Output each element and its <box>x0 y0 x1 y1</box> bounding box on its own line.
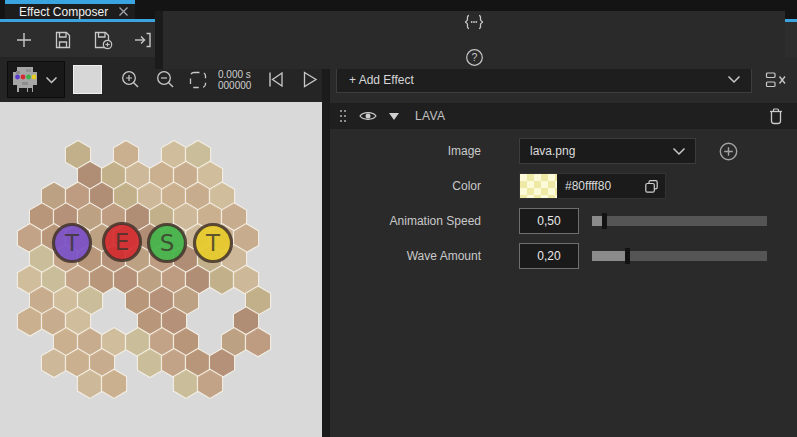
fit-view-button[interactable] <box>188 70 208 90</box>
property-row-wave-amount: Wave Amount 0,20 <box>330 243 797 269</box>
animation-speed-slider[interactable] <box>592 216 767 226</box>
svg-text:?: ? <box>471 51 477 63</box>
trash-icon <box>768 107 784 125</box>
zoom-in-icon <box>120 69 141 90</box>
preview-sprite-image: TEST <box>0 102 322 437</box>
code-braces-icon <box>462 13 486 31</box>
eye-icon <box>359 110 377 122</box>
visibility-toggle-button[interactable] <box>359 110 377 122</box>
copy-icon <box>644 179 659 194</box>
header-right-actions: ? <box>155 11 785 69</box>
fit-selection-icon <box>188 70 208 90</box>
property-row-animation-speed: Animation Speed 0,50 <box>330 208 797 234</box>
preview-canvas[interactable]: TEST <box>0 102 322 437</box>
header-toolbar: MyTestEffect ? <box>0 22 797 57</box>
save-as-button[interactable] <box>90 28 116 52</box>
skip-to-start-icon <box>265 70 286 89</box>
preview-pane: 0.000 s 000000 TEST <box>0 57 322 437</box>
preview-sprite-dropdown[interactable] <box>7 61 65 98</box>
clear-effects-button[interactable] <box>765 71 787 89</box>
slider-thumb[interactable] <box>625 248 630 264</box>
zoom-out-button[interactable] <box>155 69 176 90</box>
chevron-down-icon <box>45 76 58 84</box>
color-hex-value: #80ffff80 <box>557 179 644 193</box>
svg-text:T: T <box>205 230 221 256</box>
collapse-toggle-button[interactable] <box>389 113 399 120</box>
play-icon <box>300 70 319 89</box>
help-button[interactable]: ? <box>463 46 486 69</box>
image-label: Image <box>330 144 481 158</box>
save-button[interactable] <box>51 28 75 52</box>
color-label: Color <box>330 179 481 193</box>
wave-amount-slider[interactable] <box>592 251 767 261</box>
play-button[interactable] <box>300 70 319 89</box>
save-as-icon <box>92 30 114 50</box>
help-icon: ? <box>465 48 484 67</box>
svg-text:S: S <box>160 230 175 256</box>
sprite-thumbnail <box>10 64 40 96</box>
effect-header-lava[interactable]: LAVA <box>330 103 797 129</box>
playback-time: 0.000 s 000000 <box>218 69 251 91</box>
circle-plus-icon <box>718 141 739 162</box>
triangle-down-icon <box>389 113 399 120</box>
skip-to-start-button[interactable] <box>265 70 286 89</box>
property-row-image: Image lava.png <box>330 138 797 164</box>
view-code-button[interactable] <box>460 11 488 33</box>
chevron-down-icon <box>727 75 741 84</box>
plus-icon <box>14 30 34 50</box>
effect-composer-window: Effect Composer <box>0 0 797 437</box>
svg-text:T: T <box>64 230 80 256</box>
effect-properties: Image lava.png <box>330 129 797 278</box>
zoom-out-icon <box>155 69 176 90</box>
add-effect-dropdown[interactable]: + Add Effect <box>336 66 752 93</box>
zoom-in-button[interactable] <box>120 69 141 90</box>
header-left-actions <box>12 28 155 52</box>
clear-list-icon <box>765 71 787 89</box>
color-swatch[interactable] <box>520 174 557 198</box>
drag-handle-icon[interactable] <box>339 109 347 123</box>
svg-text:E: E <box>115 229 130 255</box>
color-picker-control[interactable]: #80ffff80 <box>519 173 666 199</box>
add-effect-label: + Add Effect <box>349 73 727 87</box>
wave-amount-input[interactable]: 0,20 <box>519 243 579 269</box>
wave-amount-label: Wave Amount <box>330 249 481 263</box>
slider-fill <box>592 251 627 261</box>
export-icon <box>133 30 153 50</box>
frame-counter: 000000 <box>218 80 251 91</box>
property-row-color: Color #80ffff80 <box>330 173 797 199</box>
preview-background-swatch[interactable] <box>73 65 102 94</box>
image-value: lava.png <box>530 144 672 158</box>
effect-name: LAVA <box>415 109 446 123</box>
time-seconds: 0.000 s <box>218 69 251 80</box>
tab-close-icon[interactable] <box>118 6 129 17</box>
tab-label: Effect Composer <box>19 5 108 19</box>
slider-thumb[interactable] <box>602 213 607 229</box>
animation-speed-input[interactable]: 0,50 <box>519 208 579 234</box>
copy-color-button[interactable] <box>644 179 665 194</box>
delete-effect-button[interactable] <box>768 107 784 125</box>
new-effect-button[interactable] <box>12 28 36 52</box>
chevron-down-icon <box>672 147 686 156</box>
effects-panel: + Add Effect <box>322 57 797 437</box>
main-split: 0.000 s 000000 TEST <box>0 57 797 437</box>
export-button[interactable] <box>131 28 155 52</box>
add-image-button[interactable] <box>718 141 739 162</box>
tab-effect-composer[interactable]: Effect Composer <box>5 0 135 19</box>
animation-speed-label: Animation Speed <box>330 214 481 228</box>
image-dropdown[interactable]: lava.png <box>519 138 696 164</box>
save-icon <box>53 30 73 50</box>
